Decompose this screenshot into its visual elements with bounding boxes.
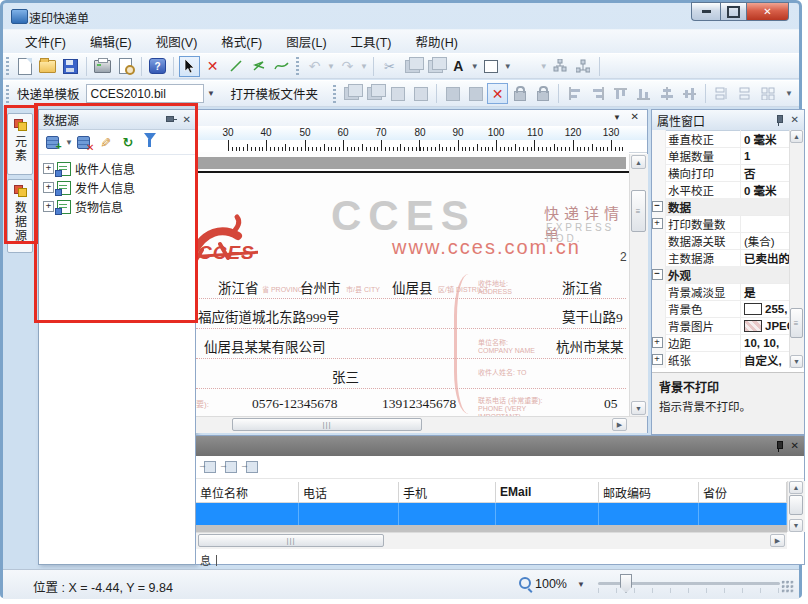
property-row[interactable]: 背景减淡显是	[652, 283, 791, 301]
unlock-button[interactable]	[532, 83, 553, 104]
property-row[interactable]: 单据数量1	[652, 147, 791, 165]
sender-address-field[interactable]: 福应街道城北东路999号	[198, 306, 340, 326]
receiver-province-field[interactable]: 浙江省	[562, 277, 603, 297]
zoom-dropdown[interactable]: ▼	[577, 580, 585, 589]
property-row[interactable]: 数据源关联(集合)	[652, 232, 791, 250]
expand-icon[interactable]: +	[652, 218, 663, 229]
sender-name-field[interactable]: 张三	[332, 366, 359, 386]
properties-titlebar[interactable]: 属性窗口 ✕	[652, 110, 804, 131]
same-width-button[interactable]	[711, 83, 732, 104]
pin-icon[interactable]	[165, 114, 177, 126]
toolbar-grip[interactable]	[6, 57, 9, 75]
remove-datasource-button[interactable]: ✕	[74, 132, 94, 152]
center-horizontal-button[interactable]	[679, 83, 700, 104]
tree-item-sender[interactable]: + 发件人信息	[43, 178, 195, 197]
sender-phone-field[interactable]: 0576-12345678	[252, 396, 338, 412]
toolbar-grip[interactable]	[333, 85, 336, 103]
receiver-company-field[interactable]: 杭州市某某	[556, 336, 624, 356]
send-back-button[interactable]	[364, 83, 385, 104]
scroll-thumb[interactable]	[789, 495, 803, 515]
expand-icon[interactable]: +	[43, 182, 54, 193]
scroll-up-button[interactable]: ▲	[789, 481, 803, 494]
refresh-datasource-button[interactable]: ↻	[118, 132, 138, 152]
link-field-button[interactable]	[241, 459, 259, 475]
font-button[interactable]: A	[448, 56, 469, 77]
column-header-province[interactable]: 省份	[699, 482, 787, 502]
bring-forward-button[interactable]	[387, 83, 408, 104]
align-right-button[interactable]	[587, 83, 608, 104]
shape-dropdown[interactable]: ▼	[504, 62, 512, 71]
dock-tab-datasource[interactable]: 数据源	[7, 179, 33, 253]
property-row[interactable]: 主数据源已卖出的	[652, 249, 791, 267]
group-button[interactable]	[442, 83, 463, 104]
partial-tab-label[interactable]: 息	[200, 552, 217, 568]
open-template-folder-button[interactable]: 打开模板文件夹	[227, 82, 323, 105]
new-button[interactable]	[14, 56, 35, 77]
delete-element-button[interactable]: ✕	[487, 83, 508, 104]
close-panel-icon[interactable]: ✕	[791, 115, 799, 125]
bring-front-button[interactable]	[341, 83, 362, 104]
add-node-button[interactable]	[550, 56, 571, 77]
same-size-button[interactable]	[757, 83, 778, 104]
canvas-vertical-scrollbar[interactable]: ▲ ≡ ▼	[629, 154, 648, 416]
filter-datasource-button[interactable]	[140, 132, 160, 152]
edit-datasource-button[interactable]: ✎	[96, 132, 116, 152]
dock-tab-elements[interactable]: 元素	[7, 113, 33, 175]
minimize-button[interactable]	[691, 2, 720, 21]
canvas-horizontal-scrollbar[interactable]: ||| ▶	[196, 416, 647, 433]
sender-mobile-field[interactable]: 13912345678	[382, 396, 456, 412]
align-top-button[interactable]	[610, 83, 631, 104]
column-header-email[interactable]: EMail	[496, 482, 599, 502]
menu-view[interactable]: 视图(V)	[144, 29, 210, 54]
horizontal-scroll-thumb[interactable]: |||	[198, 534, 384, 547]
column-header-company[interactable]: 单位名称	[196, 482, 299, 502]
lock-button[interactable]	[509, 83, 530, 104]
column-header-zipcode[interactable]: 邮政编码	[599, 482, 699, 502]
expand-icon[interactable]: +	[43, 201, 54, 212]
document-close-icon[interactable]: ✕	[631, 111, 639, 122]
send-backward-button[interactable]	[410, 83, 431, 104]
property-row[interactable]: 背景图片JPEG	[652, 317, 791, 335]
title-bar[interactable]: 速印快递单 ✕	[3, 3, 799, 29]
property-category[interactable]: −外观	[652, 266, 791, 284]
menu-file[interactable]: 文件(F)	[13, 29, 78, 54]
table-vertical-scrollbar[interactable]: ▲ ▼	[787, 481, 805, 532]
menu-help[interactable]: 帮助(H)	[404, 29, 470, 54]
polyline-tool-button[interactable]	[248, 56, 269, 77]
scroll-thumb[interactable]: ≡	[790, 308, 803, 338]
expand-icon[interactable]: +	[652, 354, 663, 365]
curve-tool-button[interactable]	[271, 56, 292, 77]
scroll-up-button[interactable]: ▲	[790, 130, 803, 143]
scroll-right-button[interactable]: ▶	[612, 418, 627, 431]
menu-layer[interactable]: 图层(L)	[274, 29, 338, 54]
property-row[interactable]: 背景色255,	[652, 300, 791, 318]
horizontal-scroll-thumb[interactable]: |||	[232, 418, 422, 431]
redo-button[interactable]: ↷	[337, 56, 358, 77]
help-button[interactable]: ?	[147, 56, 168, 77]
property-row[interactable]: +打印数量数	[652, 215, 791, 233]
receiver-address-field[interactable]: 莫干山路9	[562, 306, 623, 326]
scroll-up-button[interactable]: ▲	[631, 155, 646, 169]
template-combo[interactable]: CCES2010.bil	[86, 84, 204, 103]
expand-icon[interactable]: +	[652, 337, 663, 348]
open-button[interactable]	[37, 56, 58, 77]
collapse-icon[interactable]: −	[652, 201, 663, 212]
center-vertical-button[interactable]	[656, 83, 677, 104]
shape-button[interactable]	[481, 56, 502, 77]
property-row[interactable]: 横向打印否	[652, 164, 791, 182]
undo-dropdown[interactable]: ▼	[327, 62, 335, 71]
cut-button[interactable]: ✂	[379, 56, 400, 77]
property-row[interactable]: +边距10, 10,	[652, 334, 791, 352]
delete-tool-button[interactable]: ✕	[202, 56, 223, 77]
align-left-button[interactable]	[564, 83, 585, 104]
close-button[interactable]: ✕	[747, 2, 789, 21]
selected-data-row[interactable]	[196, 503, 787, 525]
font-dropdown[interactable]: ▼	[471, 62, 479, 71]
table-horizontal-scrollbar[interactable]: ||| ▶	[196, 532, 787, 549]
receiver-phone-field[interactable]: 05	[604, 396, 618, 412]
same-height-button[interactable]	[734, 83, 755, 104]
copy-button[interactable]	[402, 56, 423, 77]
maximize-button[interactable]	[720, 2, 747, 21]
datasource-panel-titlebar[interactable]: 数据源 ✕	[39, 110, 195, 130]
document-menu-dropdown[interactable]: ▼	[613, 113, 621, 122]
